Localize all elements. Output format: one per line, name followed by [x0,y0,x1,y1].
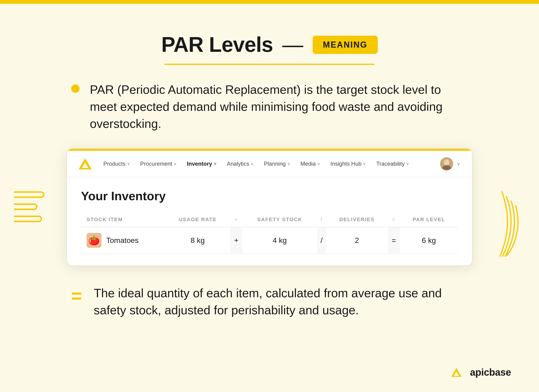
inventory-table: STOCK ITEM USAGE RATE + SAFETY STOCK / D… [81,212,458,254]
col-header-deliveries: DELIVERIES [326,212,388,227]
title-section: PAR Levels — MEANING [161,33,378,57]
cell-safety-stock: 4 kg [242,227,317,254]
cell-operator-slash: / [317,227,326,254]
title-underline [164,64,375,65]
cell-operator-plus: + [230,227,242,254]
svg-point-1 [444,159,449,165]
bullet-section: PAR (Periodic Automatic Replacement) is … [71,81,468,132]
circles-svg [478,187,525,257]
avatar [440,157,453,170]
cell-operator-equals: = [388,227,400,254]
brand-name: apicbase [470,367,511,378]
nav-item-inventory[interactable]: Inventory ∨ [187,160,217,167]
col-header-safety-stock: SAFETY STOCK [242,212,317,227]
cell-stock-item: 🍅 Tomatoes [81,227,165,254]
stock-item-name: Tomatoes [106,236,139,245]
nav-items: Products ∨ Procurement ∨ Inventory ∨ Ana… [103,160,440,167]
nav-user-area[interactable]: ∨ [440,157,460,170]
nav-item-insights-hub[interactable]: Insights Hub ∨ [330,160,366,167]
chevron-down-icon: ∨ [127,161,130,166]
chevron-down-icon: ∨ [173,161,177,166]
col-header-plus: + [230,212,242,227]
bullet-text: PAR (Periodic Automatic Replacement) is … [90,81,468,132]
col-header-par-level: PAR LEVEL [400,212,458,227]
nav-item-procurement[interactable]: Procurement ∨ [140,160,177,167]
logo-inner [82,162,88,168]
brand-logo [451,368,462,377]
chevron-down-icon: ∨ [457,161,460,167]
circle-decorations [478,187,525,257]
cell-par-level: 6 kg [400,227,458,254]
nav-label-inventory: Inventory [187,160,212,167]
nav-label-procurement: Procurement [140,160,172,167]
nav-item-products[interactable]: Products ∨ [103,160,130,167]
top-accent-bar [0,0,539,4]
conclusion-text: The ideal quantity of each item, calcula… [94,285,468,319]
table-header-row: STOCK ITEM USAGE RATE + SAFETY STOCK / D… [81,212,458,227]
chevron-down-icon: ∨ [213,161,217,166]
cell-usage-rate: 8 kg [165,227,230,254]
nav-bar: Products ∨ Procurement ∨ Inventory ∨ Ana… [67,151,472,177]
page-wrapper: PAR Levels — MEANING PAR (Periodic Autom… [0,0,539,392]
logo-triangle [79,158,92,169]
title-dash: — [282,33,303,57]
col-header-slash: / [317,212,326,227]
app-top-accent [67,149,472,151]
wave-line-2 [14,203,37,210]
app-screenshot-card: Products ∨ Procurement ∨ Inventory ∨ Ana… [67,148,472,266]
meaning-badge[interactable]: MEANING [313,36,378,54]
wave-decorations [14,191,44,228]
brand-triangle [451,368,462,377]
chevron-down-icon: ∨ [363,161,366,166]
stock-item-cell: 🍅 Tomatoes [87,233,159,248]
nav-item-traceability[interactable]: Traceability ∨ [376,160,409,167]
brand-inner [454,372,459,376]
nav-item-media[interactable]: Media ∨ [301,160,320,167]
chevron-down-icon: ∨ [406,161,409,166]
inventory-title: Your Inventory [81,189,458,203]
conclusion-section: = The ideal quantity of each item, calcu… [71,285,468,319]
nav-label-planning: Planning [264,160,286,167]
nav-label-products: Products [103,160,125,167]
cell-deliveries: 2 [326,227,388,254]
branding: apicbase [451,367,511,378]
nav-item-planning[interactable]: Planning ∨ [264,160,290,167]
col-header-usage-rate: USAGE RATE [165,212,230,227]
nav-item-analytics[interactable]: Analytics ∨ [227,160,254,167]
app-content: Your Inventory STOCK ITEM USAGE RATE + S… [67,177,472,266]
col-header-equals: = [388,212,400,227]
chevron-down-icon: ∨ [287,161,290,166]
tomato-image: 🍅 [87,233,101,248]
equals-symbol: = [71,286,82,305]
col-header-stock-item: STOCK ITEM [81,212,165,227]
chevron-down-icon: ∨ [317,161,320,166]
page-title: PAR Levels [161,33,273,57]
nav-label-analytics: Analytics [227,160,249,167]
user-avatar-image [440,157,453,170]
nav-label-insights-hub: Insights Hub [330,160,361,167]
nav-label-media: Media [301,160,316,167]
nav-label-traceability: Traceability [376,160,404,167]
app-logo [79,158,92,169]
wave-line-1 [14,191,44,198]
chevron-down-icon: ∨ [250,161,254,166]
bullet-dot [71,84,80,93]
wave-line-3 [14,216,42,222]
table-row: 🍅 Tomatoes 8 kg + 4 kg / 2 = 6 kg [81,227,458,254]
